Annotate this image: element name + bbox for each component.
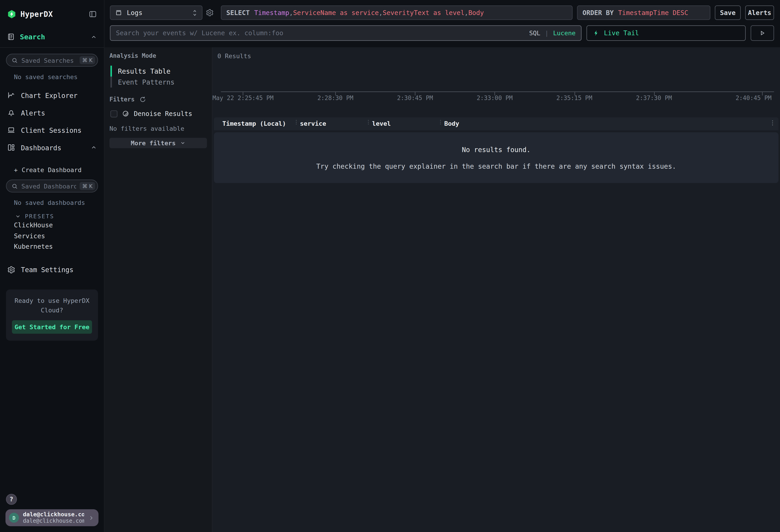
- create-dashboard-label: Create Dashboard: [21, 166, 82, 174]
- main-region: Logs SELECTTimestamp, ServiceName as ser…: [104, 0, 780, 532]
- chart-icon: [7, 91, 15, 99]
- query-separator: ,: [289, 9, 293, 16]
- user-org: dale@clickhouse.com's: [23, 518, 84, 525]
- saved-searches-search[interactable]: ⌘ K: [6, 54, 98, 66]
- preset-services[interactable]: Services: [14, 231, 104, 241]
- save-button[interactable]: Save: [715, 5, 741, 20]
- lucene-mode-toggle[interactable]: Lucene: [553, 29, 576, 37]
- source-select-value: Logs: [127, 9, 188, 16]
- query-separator: ,: [465, 9, 468, 16]
- live-tail-label: Live Tail: [604, 29, 639, 37]
- sidebar-item-label: Search: [20, 33, 86, 41]
- chevron-down-icon: [15, 213, 21, 219]
- event-search-bar[interactable]: SQL | Lucene: [110, 26, 581, 41]
- refresh-filters-icon[interactable]: [139, 96, 146, 103]
- create-dashboard-button[interactable]: + Create Dashboard: [14, 166, 104, 174]
- axis-label: 2:35:15 PM: [556, 95, 592, 102]
- more-filters-button[interactable]: More filters: [109, 138, 207, 148]
- sidebar-item-search[interactable]: Search: [0, 27, 104, 48]
- table-icon: [115, 9, 123, 16]
- denoise-label: Denoise Results: [134, 110, 192, 117]
- analysis-mode-heading: Analysis Mode: [109, 52, 207, 59]
- results-table-header: Timestamp (Local) ⋮ service ⋮ level ⋮ Bo…: [214, 117, 779, 130]
- shortcut-badge: ⌘ K: [80, 56, 95, 64]
- column-header-service[interactable]: service: [300, 120, 326, 127]
- plus-icon: +: [14, 166, 17, 174]
- chevron-right-icon: [88, 515, 94, 521]
- query-language-toggle: SQL | Lucene: [529, 29, 576, 37]
- presets-label: PRESETS: [25, 213, 54, 220]
- sql-mode-toggle[interactable]: SQL: [529, 29, 540, 37]
- saved-dashboards-search[interactable]: ⌘ K: [6, 180, 98, 193]
- brand-title: HyperDX: [20, 10, 85, 19]
- results-count: 0 Results: [217, 52, 251, 60]
- event-search-input[interactable]: [116, 29, 525, 37]
- help-button[interactable]: ?: [6, 494, 17, 505]
- search-icon: [11, 183, 18, 189]
- denoise-results-option[interactable]: Denoise Results: [110, 110, 207, 117]
- no-filters-text: No filters available: [109, 125, 207, 132]
- sidebar-item-team-settings[interactable]: Team Settings: [0, 261, 104, 278]
- preset-clickhouse[interactable]: ClickHouse: [14, 220, 104, 231]
- denoise-icon: [122, 110, 130, 117]
- empty-state-panel: No results found. Try checking the query…: [214, 132, 779, 183]
- alerts-button[interactable]: Alerts: [745, 5, 774, 20]
- empty-state-subtitle: Try checking the query explainer in the …: [214, 162, 779, 170]
- empty-state-title: No results found.: [214, 146, 779, 154]
- collapse-sidebar-icon[interactable]: [89, 10, 97, 18]
- get-started-button[interactable]: Get Started for Free: [12, 320, 92, 334]
- preset-kubernetes[interactable]: Kubernetes: [14, 241, 104, 252]
- axis-label: 2:28:30 PM: [318, 95, 353, 102]
- saved-searches-input[interactable]: [21, 56, 76, 64]
- mode-event-patterns[interactable]: Event Patterns: [110, 77, 207, 88]
- sidebar: HyperDX Search ⌘ K No saved searches Cha…: [0, 0, 104, 532]
- select-query-input[interactable]: SELECTTimestamp, ServiceName as service,…: [221, 5, 573, 20]
- axis-label: May 22 2:25:45 PM: [212, 95, 274, 102]
- no-saved-searches-text: No saved searches: [14, 73, 104, 81]
- source-settings-gear-icon[interactable]: [205, 8, 214, 17]
- user-email: dale@clickhouse.com: [23, 511, 84, 518]
- axis-label: 2:40:45 PM: [736, 95, 772, 102]
- gear-icon: [7, 265, 15, 274]
- histogram-time-axis: May 22 2:25:45 PM 2:28:30 PM 2:30:45 PM …: [221, 92, 774, 100]
- saved-dashboards-input[interactable]: [21, 182, 76, 190]
- column-resize-handle[interactable]: ⋮: [294, 119, 299, 125]
- lightning-icon: [593, 30, 599, 36]
- hyperdx-app: HyperDX Search ⌘ K No saved searches Cha…: [0, 0, 780, 532]
- source-select[interactable]: Logs: [110, 5, 202, 20]
- denoise-checkbox[interactable]: [110, 110, 117, 117]
- mode-divider: |: [545, 29, 548, 37]
- chevron-up-icon: [91, 144, 97, 150]
- sidebar-item-chart-explorer[interactable]: Chart Explorer: [0, 87, 104, 104]
- play-icon: [759, 30, 766, 36]
- shortcut-badge: ⌘ K: [80, 182, 95, 190]
- sidebar-nav: Chart Explorer Alerts Client Sessions Da…: [0, 87, 104, 156]
- cloud-promo-text: Ready to use HyperDX Cloud?: [12, 296, 92, 315]
- sidebar-item-client-sessions[interactable]: Client Sessions: [0, 122, 104, 139]
- column-header-level[interactable]: level: [372, 120, 391, 127]
- sidebar-header: HyperDX: [0, 0, 104, 27]
- order-by-input[interactable]: ORDER BYTimestampTime DESC: [577, 5, 711, 20]
- sidebar-item-alerts[interactable]: Alerts: [0, 104, 104, 122]
- live-tail-button[interactable]: Live Tail: [586, 26, 746, 41]
- chevron-up-icon: [91, 34, 97, 40]
- dashboard-icon: [7, 143, 15, 152]
- analysis-mode-list: Results Table Event Patterns: [110, 66, 207, 88]
- search-icon: [11, 57, 18, 63]
- query-separator: ,: [379, 9, 383, 16]
- run-query-button[interactable]: [751, 26, 774, 41]
- column-header-body[interactable]: Body: [444, 120, 459, 127]
- laptop-icon: [7, 126, 15, 134]
- user-menu[interactable]: D dale@clickhouse.com dale@clickhouse.co…: [5, 509, 98, 526]
- column-header-timestamp[interactable]: Timestamp (Local): [223, 120, 286, 127]
- query-column: Timestamp: [254, 9, 289, 16]
- mode-results-table[interactable]: Results Table: [110, 66, 207, 77]
- column-resize-handle[interactable]: ⋮: [438, 119, 443, 125]
- journal-search-icon: [7, 33, 15, 41]
- presets-toggle[interactable]: PRESETS: [15, 213, 104, 220]
- column-resize-handle[interactable]: ⋮: [366, 119, 371, 125]
- sidebar-item-label: Dashboards: [21, 143, 61, 151]
- table-options-kebab-icon[interactable]: ⋮: [770, 119, 775, 127]
- query-column: Body: [468, 9, 484, 16]
- sidebar-item-dashboards[interactable]: Dashboards: [0, 139, 104, 156]
